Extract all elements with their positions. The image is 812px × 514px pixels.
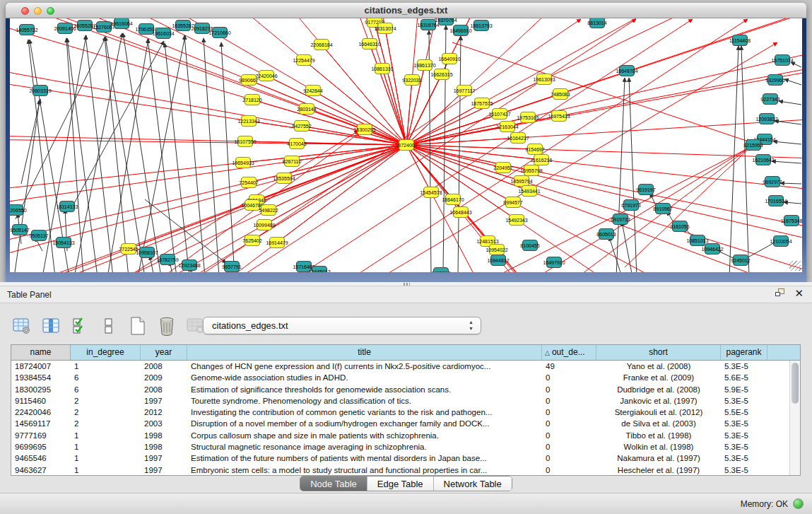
- cell-pagerank[interactable]: 5.6E-5: [721, 372, 767, 383]
- graph-node[interactable]: 7485083: [551, 89, 570, 100]
- graph-node[interactable]: 4170043: [287, 139, 306, 149]
- graph-node[interactable]: 16496910: [449, 25, 471, 36]
- citation-network-graph[interactable]: 1872400718300295224200469890667271812012…: [10, 18, 802, 272]
- graph-node[interactable]: 9245012: [731, 255, 750, 266]
- cell-year[interactable]: 2012: [141, 407, 187, 418]
- column-header-out-de-[interactable]: △out_de...: [542, 345, 596, 360]
- graph-node[interactable]: 14055732: [16, 25, 37, 35]
- table-row[interactable]: 1938455462009Genome-wide association stu…: [11, 372, 789, 383]
- cell-year[interactable]: 1997: [141, 465, 187, 475]
- cell-title[interactable]: Genome-wide association studies in ADHD.: [187, 372, 542, 383]
- cell-in-degree[interactable]: 2: [71, 418, 141, 429]
- cell-title[interactable]: Estimation of significance thresholds fo…: [187, 384, 542, 395]
- graph-node[interactable]: 18613793: [470, 21, 492, 31]
- cell-year[interactable]: 2009: [141, 372, 187, 383]
- tab-node-table[interactable]: Node Table: [300, 477, 367, 491]
- graph-node[interactable]: 2204957: [493, 163, 512, 173]
- cell-in-degree[interactable]: 2: [71, 395, 141, 407]
- column-header-year[interactable]: year: [141, 345, 187, 360]
- graph-node[interactable]: 9465013: [431, 268, 450, 273]
- cell-short[interactable]: Nakamura et al. (1997): [596, 452, 721, 464]
- cell-name[interactable]: 22420046: [11, 407, 71, 418]
- graph-node[interactable]: 8813014: [587, 18, 606, 28]
- graph-node[interactable]: 19861370: [413, 60, 435, 71]
- graph-node[interactable]: 8427552: [292, 121, 311, 132]
- graph-node[interactable]: 11154408: [729, 35, 751, 46]
- cell-in-degree[interactable]: 1: [71, 441, 141, 452]
- cell-in-degree[interactable]: 6: [71, 372, 141, 383]
- graph-node[interactable]: 11675348: [781, 216, 802, 226]
- graph-node[interactable]: 9890667: [239, 75, 258, 86]
- graph-node[interactable]: 16497910: [543, 257, 565, 268]
- cell-short[interactable]: Stergiakouli et al. (2012): [596, 407, 721, 418]
- splitter-handle-icon[interactable]: [404, 283, 410, 286]
- graph-node[interactable]: 18300295: [353, 124, 375, 135]
- graph-node[interactable]: 11616216: [531, 155, 553, 165]
- cell-in-degree[interactable]: 1: [71, 361, 141, 372]
- table-settings-icon[interactable]: [11, 315, 33, 337]
- graph-node[interactable]: 8605013: [596, 229, 616, 240]
- table-row[interactable]: 946554611997Estimation of the future num…: [11, 452, 789, 464]
- cell-name[interactable]: 19384554: [11, 372, 71, 383]
- cell-in-degree[interactable]: 2: [71, 407, 141, 418]
- graph-node[interactable]: 8215953: [743, 140, 763, 151]
- cell-title[interactable]: Investigating the contribution of common…: [187, 407, 542, 418]
- select-all-icon[interactable]: [69, 315, 90, 337]
- graph-node[interactable]: 15454578: [420, 187, 442, 198]
- graph-node[interactable]: 18107550: [234, 136, 256, 147]
- close-panel-icon[interactable]: ✕: [794, 288, 804, 298]
- cell-title[interactable]: Corpus callosum shape and size in male p…: [187, 430, 542, 441]
- graph-node[interactable]: 22068184: [310, 40, 332, 50]
- graph-node[interactable]: 10851013: [686, 235, 708, 246]
- cell-short[interactable]: Franke et al. (2009): [596, 372, 721, 383]
- cell-title[interactable]: Changes of HCN gene expression and I(f) …: [187, 361, 542, 372]
- cell-out-de-[interactable]: 0: [542, 441, 596, 452]
- cell-name[interactable]: 9463627: [11, 465, 71, 475]
- cell-title[interactable]: Tourette syndrome. Phenomenology and cla…: [187, 395, 542, 407]
- cell-in-degree[interactable]: 6: [71, 384, 141, 395]
- cell-out-de-[interactable]: 0: [542, 372, 596, 383]
- graph-node[interactable]: 15492343: [505, 215, 527, 226]
- graph-node[interactable]: 9161056: [670, 221, 689, 232]
- new-table-icon[interactable]: [127, 315, 148, 337]
- cell-title[interactable]: Embryonic stem cells: a model to study s…: [187, 465, 542, 475]
- graph-node[interactable]: 16646310: [358, 39, 380, 49]
- cell-pagerank[interactable]: 5.3E-5: [721, 465, 767, 475]
- cell-in-degree[interactable]: 1: [71, 465, 141, 475]
- cell-pagerank[interactable]: 5.9E-5: [721, 384, 767, 395]
- graph-node[interactable]: 14595794: [510, 176, 532, 187]
- column-header-name[interactable]: name: [11, 345, 71, 360]
- cell-out-de-[interactable]: 0: [542, 465, 596, 475]
- graph-node[interactable]: 9692977: [763, 177, 782, 187]
- column-header-in-degree[interactable]: in_degree: [71, 345, 141, 360]
- cell-out-de-[interactable]: 0: [542, 452, 596, 464]
- table-row[interactable]: 1456911722003Disruption of a novel membe…: [11, 418, 789, 429]
- graph-node[interactable]: 2718120: [242, 95, 261, 105]
- cell-in-degree[interactable]: 1: [71, 430, 141, 441]
- graph-node[interactable]: 12923488: [178, 260, 200, 271]
- graph-node[interactable]: 15493441: [518, 186, 540, 197]
- table-row[interactable]: 1830029562008Estimation of significance …: [11, 384, 789, 395]
- graph-node[interactable]: 10944812: [487, 255, 509, 266]
- cell-year[interactable]: 1997: [141, 395, 187, 407]
- cell-title[interactable]: Estimation of the future numbers of pati…: [187, 452, 542, 464]
- tab-edge-table[interactable]: Edge Table: [367, 477, 434, 491]
- cell-out-de-[interactable]: 0: [542, 430, 596, 441]
- graph-node[interactable]: 7254407: [239, 177, 258, 188]
- graph-node[interactable]: 9505137: [29, 230, 48, 241]
- cell-year[interactable]: 1998: [141, 441, 187, 452]
- network-canvas[interactable]: 1872400718300295224200469890667271812012…: [10, 18, 802, 272]
- cell-name[interactable]: 9115460: [11, 395, 71, 407]
- cell-pagerank[interactable]: 5.5E-5: [721, 407, 767, 418]
- graph-node[interactable]: 6919733: [611, 214, 630, 225]
- table-row[interactable]: 2242004622012Investigating the contribut…: [11, 407, 789, 418]
- table-row[interactable]: 911546021997Tourette syndrome. Phenomeno…: [11, 395, 789, 407]
- cell-short[interactable]: Yano et al. (2008): [596, 361, 721, 372]
- graph-node[interactable]: 15054133: [52, 238, 74, 248]
- table-row[interactable]: 969969511998Structural magnetic resonanc…: [11, 441, 789, 452]
- cell-name[interactable]: 14569117: [11, 418, 71, 429]
- cell-pagerank[interactable]: 5.3E-5: [721, 452, 767, 464]
- graph-node[interactable]: 9227343: [760, 94, 779, 105]
- cell-year[interactable]: 1998: [141, 430, 187, 441]
- cell-short[interactable]: Jankovic et al. (1997): [596, 395, 721, 407]
